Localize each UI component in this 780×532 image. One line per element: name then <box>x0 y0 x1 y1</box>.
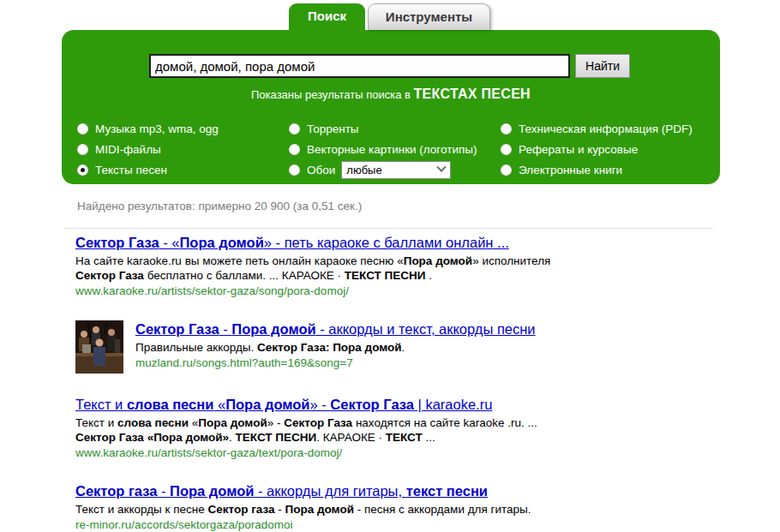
radio-icon[interactable] <box>77 144 88 155</box>
select-value: любые <box>346 164 381 176</box>
radio-option[interactable]: Техническая информация (PDF) <box>501 118 693 139</box>
radio-icon[interactable] <box>289 144 300 155</box>
radio-option-label: Рефераты и курсовые <box>519 143 638 156</box>
radio-option[interactable]: Электронные книги <box>501 159 693 180</box>
radio-option-label: Обои <box>307 164 335 176</box>
search-input[interactable] <box>149 54 570 78</box>
radio-option-label: Музыка mp3, wma, ogg <box>95 123 219 135</box>
radio-icon[interactable] <box>501 123 512 134</box>
result-url: re-minor.ru/accords/sektorgaza/poradomoi <box>75 517 531 532</box>
options-column-3: Техническая информация (PDF)Рефераты и к… <box>501 118 693 180</box>
result-url: www.karaoke.ru/artists/sektor-gaza/text/… <box>75 445 567 460</box>
radio-option-label: Тексты песен <box>95 164 167 176</box>
radio-dot-icon <box>81 168 85 172</box>
search-result: Сектор Газа - Пора домой - аккорды и тек… <box>75 320 710 374</box>
radio-option[interactable]: Рефераты и курсовые <box>501 139 693 159</box>
tab-tools[interactable]: Инструменты <box>368 3 490 30</box>
radio-icon[interactable] <box>289 164 300 176</box>
tab-search[interactable]: Поиск <box>289 3 365 31</box>
result-snippet: Правильные аккорды. Сектор Газа: Пора до… <box>135 340 536 355</box>
subtitle-prefix: Показаны результаты поиска в <box>251 88 414 101</box>
radio-icon[interactable] <box>501 164 512 176</box>
search-result: Сектор Газа - «Пора домой» - петь караок… <box>75 234 710 298</box>
search-result: Сектор газа - Пора домой - аккорды для г… <box>75 482 710 532</box>
radio-option[interactable]: Векторные картинки (логотипы) <box>289 139 477 159</box>
result-snippet: Текст и аккорды к песне Сектор газа - По… <box>75 502 531 517</box>
radio-option-label: Электронные книги <box>519 164 622 176</box>
results-scope-subtitle: Показаны результаты поиска в ТЕКСТАХ ПЕС… <box>62 87 720 102</box>
radio-option[interactable]: Обоилюбые <box>289 159 477 180</box>
radio-option[interactable]: Музыка mp3, wma, ogg <box>77 118 219 139</box>
radio-option-label: MIDI-файлы <box>95 143 161 156</box>
wallpaper-type-select[interactable]: любые <box>341 161 451 179</box>
radio-option[interactable]: MIDI-файлы <box>77 139 219 159</box>
result-body: Сектор Газа - «Пора домой» - петь караок… <box>75 234 567 298</box>
result-thumbnail-band-photo[interactable] <box>75 320 123 374</box>
radio-icon[interactable] <box>77 164 88 176</box>
subtitle-scope: ТЕКСТАХ ПЕСЕН <box>414 87 531 101</box>
result-body: Текст и слова песни «Пора домой» - Секто… <box>75 396 567 460</box>
result-url: www.karaoke.ru/artists/sektor-gaza/song/… <box>75 284 567 298</box>
search-result: Текст и слова песни «Пора домой» - Секто… <box>75 396 710 460</box>
result-url: muzland.ru/songs.html?auth=169&song=7 <box>135 356 536 370</box>
radio-option-label: Векторные картинки (логотипы) <box>307 143 477 156</box>
radio-option[interactable]: Торренты <box>289 118 477 139</box>
separator <box>64 228 713 229</box>
result-body: Сектор газа - Пора домой - аккорды для г… <box>75 482 531 532</box>
radio-option[interactable]: Тексты песен <box>77 159 219 180</box>
result-title-link[interactable]: Текст и слова песни «Пора домой» - Секто… <box>75 396 567 414</box>
result-title-link[interactable]: Сектор газа - Пора домой - аккорды для г… <box>75 482 531 500</box>
options-column-2: ТоррентыВекторные картинки (логотипы)Обо… <box>289 118 477 180</box>
result-body: Сектор Газа - Пора домой - аккорды и тек… <box>135 320 536 370</box>
search-results: Сектор Газа - «Пора домой» - петь караок… <box>75 234 710 532</box>
options-column-1: Музыка mp3, wma, oggMIDI-файлыТексты пес… <box>77 118 219 180</box>
radio-icon[interactable] <box>77 123 88 134</box>
results-count: Найдено результатов: примерно 20 900 (за… <box>77 200 362 212</box>
result-title-link[interactable]: Сектор Газа - Пора домой - аккорды и тек… <box>135 320 536 338</box>
result-title-link[interactable]: Сектор Газа - «Пора домой» - петь караок… <box>75 234 567 252</box>
radio-icon[interactable] <box>289 123 300 134</box>
radio-icon[interactable] <box>501 144 512 155</box>
search-button[interactable]: Найти <box>575 54 630 78</box>
radio-option-label: Торренты <box>307 123 359 135</box>
result-snippet: На сайте karaoke.ru вы можете петь онлай… <box>75 254 567 283</box>
search-panel: Найти Показаны результаты поиска в ТЕКСТ… <box>62 30 720 184</box>
chevron-down-icon <box>437 163 447 172</box>
result-snippet: Текст и слова песни «Пора домой» - Секто… <box>75 415 567 445</box>
radio-option-label: Техническая информация (PDF) <box>519 123 693 135</box>
